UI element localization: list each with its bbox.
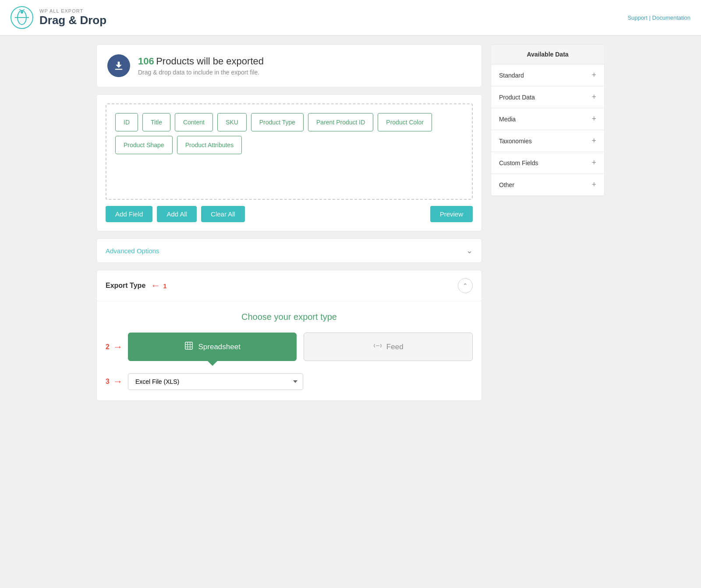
app-logo	[11, 6, 33, 29]
export-type-label: Export Type	[106, 282, 145, 290]
banner-subtitle: Drag & drop data to include in the expor…	[138, 69, 264, 76]
data-category-label: Standard	[499, 72, 524, 79]
header-links: Support | Documentation	[627, 14, 690, 21]
dropdown-row: 3 → Excel File (XLS)CSV FileTSV File	[106, 373, 473, 390]
export-type-title: Choose your export type	[106, 312, 473, 322]
data-category-label: Media	[499, 116, 516, 123]
step-3-arrow-icon: →	[113, 376, 123, 387]
data-category-item[interactable]: Taxonomies +	[491, 130, 604, 152]
main-container: 106 Products will be exported Drag & dro…	[88, 35, 613, 410]
options-row-wrapper: 2 →	[106, 333, 473, 361]
step-2-arrow-icon: →	[113, 341, 123, 353]
support-link[interactable]: Support	[627, 14, 648, 21]
chevron-up-icon: ⌃	[463, 282, 468, 289]
step-3-annotation: 3 →	[106, 376, 123, 387]
field-tag[interactable]: Product Shape	[115, 136, 173, 154]
expand-icon: +	[591, 92, 596, 102]
export-count: 106	[138, 56, 154, 67]
expand-icon: +	[591, 180, 596, 189]
feed-icon	[373, 341, 382, 352]
field-tag[interactable]: Title	[142, 113, 170, 131]
page-title: Drag & Drop	[39, 14, 106, 27]
advanced-options-label: Advanced Options	[106, 247, 159, 255]
feed-option[interactable]: Feed	[304, 333, 473, 361]
app-header: WP ALL EXPORT Drag & Drop Support | Docu…	[0, 0, 701, 35]
download-icon	[113, 60, 125, 72]
field-tag[interactable]: ID	[115, 113, 138, 131]
app-name: WP ALL EXPORT	[39, 8, 106, 14]
drag-drop-panel: IDTitleContentSKUProduct TypeParent Prod…	[96, 94, 482, 231]
available-data-panel: Available Data Standard + Product Data +…	[491, 44, 605, 196]
data-categories-list: Standard + Product Data + Media + Taxono…	[491, 64, 604, 196]
spreadsheet-label: Spreadsheet	[198, 343, 240, 351]
spreadsheet-icon	[184, 341, 194, 353]
field-tag[interactable]: SKU	[217, 113, 247, 131]
banner-icon	[107, 54, 130, 77]
drop-zone[interactable]: IDTitleContentSKUProduct TypeParent Prod…	[106, 103, 473, 200]
step-3-number: 3	[106, 378, 110, 386]
expand-icon: +	[591, 136, 596, 145]
expand-icon: +	[591, 71, 596, 80]
collapse-button[interactable]: ⌃	[458, 278, 473, 293]
advanced-options-toggle[interactable]: Advanced Options ⌄	[96, 238, 482, 263]
step-2-number: 2	[106, 343, 110, 351]
data-category-item[interactable]: Other +	[491, 174, 604, 196]
step-2-annotation: 2 →	[106, 341, 123, 353]
data-category-label: Taxonomies	[499, 138, 532, 145]
preview-button[interactable]: Preview	[430, 206, 473, 222]
field-tag[interactable]: Product Attributes	[177, 136, 242, 154]
spreadsheet-option[interactable]: Spreadsheet	[128, 333, 297, 361]
field-tag[interactable]: Parent Product ID	[308, 113, 373, 131]
feed-label: Feed	[386, 343, 404, 351]
add-field-button[interactable]: Add Field	[106, 206, 152, 222]
export-type-panel: Export Type ← 1 ⌃ Choose your export typ…	[96, 270, 482, 401]
action-row: Add Field Add All Clear All Preview	[106, 206, 473, 222]
data-category-label: Other	[499, 181, 514, 188]
expand-icon: +	[591, 158, 596, 167]
left-column: 106 Products will be exported Drag & dro…	[96, 44, 482, 401]
data-category-item[interactable]: Standard +	[491, 64, 604, 86]
available-data-title: Available Data	[491, 45, 604, 64]
data-category-item[interactable]: Product Data +	[491, 86, 604, 108]
data-category-label: Product Data	[499, 94, 535, 101]
data-category-item[interactable]: Media +	[491, 108, 604, 130]
export-banner: 106 Products will be exported Drag & dro…	[96, 44, 482, 87]
chevron-down-icon: ⌄	[466, 246, 473, 255]
export-type-options: Spreadsheet Feed	[128, 333, 473, 361]
step-1-annotation: ← 1	[151, 280, 166, 291]
documentation-link[interactable]: Documentation	[652, 14, 690, 21]
expand-icon: +	[591, 114, 596, 124]
header-title-block: WP ALL EXPORT Drag & Drop	[39, 8, 106, 27]
data-category-item[interactable]: Custom Fields +	[491, 152, 604, 174]
field-tag[interactable]: Product Color	[378, 113, 432, 131]
field-tag[interactable]: Product Type	[251, 113, 304, 131]
header-left: WP ALL EXPORT Drag & Drop	[11, 6, 106, 29]
right-column: Available Data Standard + Product Data +…	[491, 44, 605, 401]
banner-text: 106 Products will be exported Drag & dro…	[138, 56, 264, 76]
export-type-body: Choose your export type 2 →	[97, 301, 481, 400]
clear-all-button[interactable]: Clear All	[201, 206, 245, 222]
export-format-select[interactable]: Excel File (XLS)CSV FileTSV File	[128, 373, 303, 390]
svg-point-3	[21, 11, 23, 14]
export-type-header: Export Type ← 1 ⌃	[97, 270, 481, 301]
data-category-label: Custom Fields	[499, 159, 538, 166]
step-1-number: 1	[163, 282, 166, 290]
svg-rect-6	[185, 342, 193, 350]
field-tag[interactable]: Content	[175, 113, 213, 131]
add-all-button[interactable]: Add All	[157, 206, 197, 222]
export-type-header-left: Export Type ← 1	[106, 280, 167, 291]
banner-title: Products will be exported	[156, 56, 264, 67]
